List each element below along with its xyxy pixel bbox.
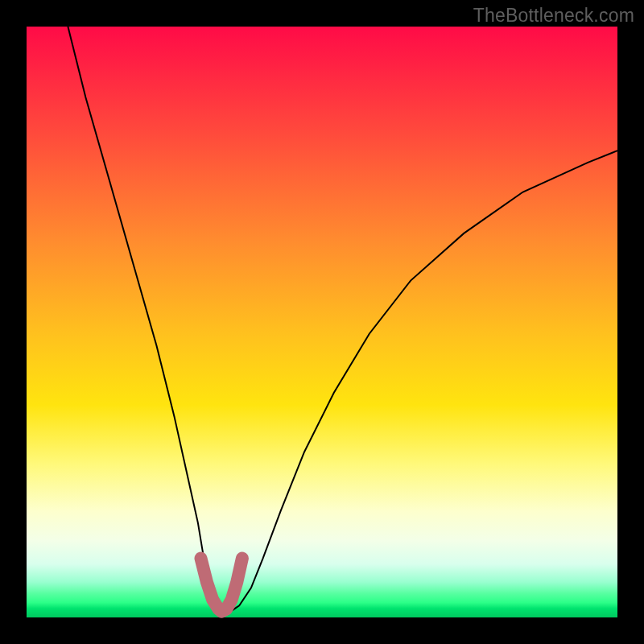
trough-overlay [201, 559, 242, 612]
chart-content [68, 27, 617, 612]
chart-svg [27, 27, 617, 617]
watermark-text: TheBottleneck.com [473, 5, 634, 27]
chart-plot-area [27, 27, 617, 617]
chart-frame: TheBottleneck.com [0, 0, 644, 644]
main-curve [68, 27, 617, 612]
